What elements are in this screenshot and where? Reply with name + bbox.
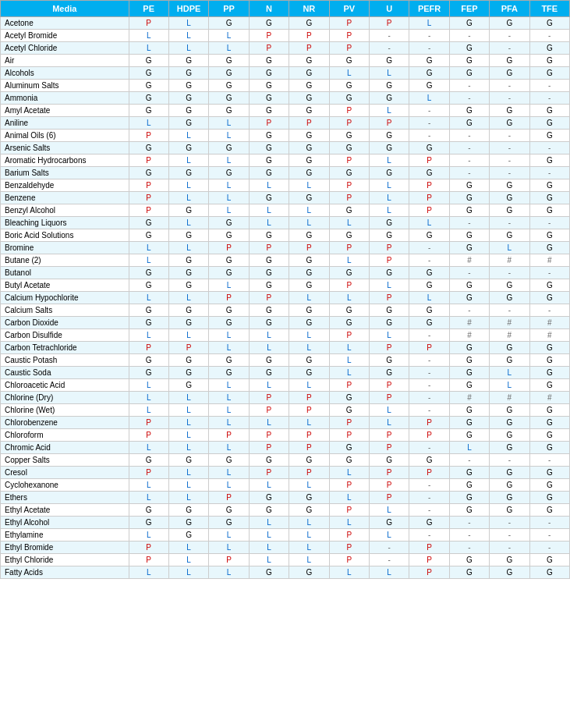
cell-value: G <box>249 192 289 204</box>
cell-value: L <box>329 342 369 354</box>
cell-value: G <box>329 55 369 67</box>
cell-value: G <box>490 292 529 304</box>
cell-value: - <box>409 254 449 267</box>
cell-value: P <box>129 192 168 204</box>
cell-value: - <box>529 167 569 179</box>
cell-value: P <box>369 292 409 304</box>
cell-value: G <box>409 142 449 154</box>
cell-value: P <box>168 342 208 354</box>
cell-value: P <box>129 342 168 354</box>
cell-value: L <box>129 242 168 254</box>
cell-value: G <box>209 17 249 30</box>
cell-value: - <box>490 167 529 179</box>
cell-value: G <box>129 454 168 467</box>
cell-value: G <box>449 566 489 579</box>
media-name: Caustic Potash <box>1 354 129 367</box>
cell-value: - <box>490 92 529 105</box>
cell-value: G <box>369 217 409 229</box>
cell-value: - <box>449 517 489 529</box>
cell-value: P <box>129 417 168 429</box>
cell-value: G <box>449 179 489 192</box>
cell-value: L <box>329 292 369 304</box>
media-name: Butane (2) <box>1 254 129 267</box>
cell-value: P <box>129 429 168 442</box>
cell-value: G <box>369 55 409 67</box>
cell-value: G <box>490 492 529 504</box>
cell-value: P <box>329 542 369 554</box>
cell-value: G <box>529 242 569 254</box>
cell-value: G <box>449 42 489 55</box>
cell-value: P <box>329 279 369 292</box>
cell-value: P <box>329 554 369 566</box>
cell-value: L <box>129 442 168 454</box>
cell-value: - <box>490 267 529 279</box>
media-name: Bromine <box>1 242 129 254</box>
media-name: Benzene <box>1 192 129 204</box>
cell-value: P <box>369 117 409 130</box>
cell-value: L <box>249 329 289 342</box>
cell-value: G <box>129 229 168 242</box>
cell-value: G <box>129 217 168 229</box>
cell-value: - <box>490 217 529 229</box>
cell-value: G <box>289 167 329 179</box>
cell-value: G <box>449 192 489 204</box>
cell-value: L <box>168 217 208 229</box>
cell-value: L <box>409 292 449 304</box>
cell-value: L <box>168 566 208 579</box>
table-row: Boric Acid SolutionsGGGGGGGGGGG <box>1 229 570 242</box>
cell-value: # <box>490 329 529 342</box>
cell-value: G <box>289 154 329 167</box>
cell-value: G <box>490 279 529 292</box>
cell-value: P <box>369 254 409 267</box>
cell-value: G <box>409 229 449 242</box>
cell-value: G <box>449 342 489 354</box>
cell-value: L <box>329 566 369 579</box>
cell-value: P <box>249 392 289 404</box>
cell-value: L <box>369 192 409 204</box>
cell-value: G <box>249 67 289 80</box>
cell-value: L <box>168 492 208 504</box>
cell-value: P <box>329 504 369 517</box>
cell-value: G <box>129 267 168 279</box>
cell-value: P <box>129 179 168 192</box>
table-row: Carbon DisulfideLLLLLPL-### <box>1 329 570 342</box>
cell-value: G <box>529 67 569 80</box>
cell-value: L <box>209 392 249 404</box>
cell-value: P <box>209 554 249 566</box>
cell-value: - <box>369 30 409 42</box>
cell-value: G <box>249 92 289 105</box>
cell-value: G <box>329 317 369 329</box>
cell-value: G <box>449 417 489 429</box>
cell-value: P <box>249 42 289 55</box>
media-name: Arsenic Salts <box>1 142 129 154</box>
cell-value: G <box>249 367 289 379</box>
cell-value: - <box>529 92 569 105</box>
cell-value: G <box>289 354 329 367</box>
cell-value: G <box>490 179 529 192</box>
table-row: Bleaching LiquorsGLGLLLGL--- <box>1 217 570 229</box>
cell-value: L <box>249 379 289 392</box>
cell-value: G <box>449 429 489 442</box>
cell-value: G <box>168 167 208 179</box>
table-row: Carbon DioxideGGGGGGGG### <box>1 317 570 329</box>
cell-value: G <box>409 267 449 279</box>
cell-value: G <box>490 404 529 417</box>
cell-value: G <box>529 154 569 167</box>
cell-value: L <box>289 379 329 392</box>
cell-value: G <box>249 566 289 579</box>
cell-value: G <box>289 504 329 517</box>
cell-value: G <box>129 55 168 67</box>
cell-value: G <box>249 492 289 504</box>
cell-value: G <box>289 304 329 317</box>
cell-value: G <box>329 442 369 454</box>
cell-value: G <box>249 105 289 117</box>
cell-value: G <box>369 454 409 467</box>
cell-value: P <box>369 479 409 492</box>
cell-value: P <box>409 554 449 566</box>
cell-value: - <box>449 30 489 42</box>
cell-value: G <box>209 317 249 329</box>
cell-value: L <box>209 529 249 542</box>
cell-value: G <box>129 167 168 179</box>
cell-value: - <box>449 154 489 167</box>
cell-value: G <box>249 254 289 267</box>
